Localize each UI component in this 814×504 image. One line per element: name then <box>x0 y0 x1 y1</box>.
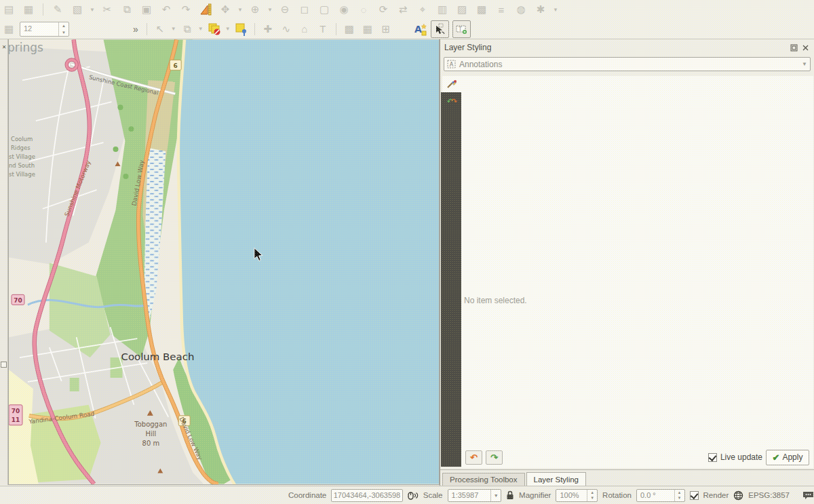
text-along-line-icon[interactable]: A <box>412 22 427 37</box>
layer-select-combo[interactable]: A Annotations ▼ <box>444 57 811 71</box>
tab-history[interactable]: ↶↷ <box>441 92 461 110</box>
zoom-layer-icon[interactable]: ◉ <box>336 2 351 17</box>
modify-annotations-tool-button[interactable] <box>431 20 449 38</box>
create-marker-annotation-icon[interactable]: ✚ <box>260 22 275 37</box>
new-annotation-layer-icon[interactable] <box>207 22 222 37</box>
spin-down-icon[interactable]: ▼ <box>587 495 597 501</box>
pan-map-icon[interactable]: ✥ <box>218 2 233 17</box>
toolbar-row-2: ▦12▲▼»↖▼⧉▼▼✚∿⌂T▩▦⊞AT <box>0 19 814 39</box>
panel-grip-icon[interactable] <box>1 362 7 368</box>
chevron-down-icon: ▼ <box>490 490 501 501</box>
zoom-last-icon[interactable]: ◌ <box>356 2 371 17</box>
svg-text:80 m: 80 m <box>142 440 160 447</box>
measure-ruler-icon[interactable] <box>198 2 213 17</box>
create-polygon-annotation-icon[interactable]: ⌂ <box>297 22 312 37</box>
tab-layer-styling[interactable]: Layer Styling <box>526 472 586 486</box>
picture-annotation-icon[interactable]: ▩ <box>342 22 357 37</box>
zoom-out-icon[interactable]: ⊖ <box>277 2 292 17</box>
python-console-icon[interactable]: ✱ <box>533 2 548 17</box>
layout-manager-icon[interactable]: ▧ <box>70 2 85 17</box>
style-manager-icon[interactable]: ▤ <box>1 2 16 17</box>
copy-icon[interactable]: ⧉ <box>119 2 134 17</box>
cut-icon[interactable]: ✂ <box>100 2 115 17</box>
zoom-full-icon[interactable]: ◻ <box>297 2 312 17</box>
spin-value: 12 <box>20 22 58 36</box>
statistics-icon[interactable]: ◍ <box>513 2 528 17</box>
snapping-tolerance-spin[interactable]: 12▲▼ <box>20 22 69 37</box>
dropdown-caret-icon[interactable]: ▼ <box>553 7 558 13</box>
spin-down-icon[interactable]: ▼ <box>675 495 684 501</box>
svg-text:Coolum: Coolum <box>11 136 33 142</box>
globe-crs-icon[interactable] <box>733 490 743 501</box>
deselect-icon[interactable]: ▨ <box>454 2 469 17</box>
close-panel-icon[interactable] <box>801 43 810 52</box>
dropdown-caret-icon[interactable]: ▼ <box>198 26 204 32</box>
dropdown-caret-icon[interactable]: ▼ <box>225 26 231 32</box>
styling-content: No item selected. <box>461 76 813 467</box>
rotation-label: Rotation <box>602 491 632 499</box>
close-icon[interactable]: ✕ <box>1 43 7 50</box>
crs-label[interactable]: EPSG:3857 <box>748 491 790 499</box>
svg-text:A: A <box>414 24 422 35</box>
apply-button[interactable]: ✔ Apply <box>766 450 809 465</box>
redo-icon: ↷ <box>490 452 498 463</box>
spin-up-icon[interactable]: ▲ <box>675 490 684 496</box>
magnifier-spin[interactable]: 100% ▲▼ <box>556 489 598 502</box>
style-redo-button[interactable]: ↷ <box>486 450 503 465</box>
svg-text:T: T <box>458 26 462 32</box>
rotation-spin[interactable]: 0.0 ° ▲▼ <box>636 489 685 502</box>
coordinate-input[interactable]: 17043464,-3063598 <box>331 489 402 502</box>
text-annotation-rect-tool-button[interactable]: T <box>452 20 471 38</box>
tab-processing-toolbox[interactable]: Processing Toolbox <box>442 473 525 486</box>
map-canvas[interactable]: 6 6 70 70 11 prings Sunshine Coast Regio… <box>8 39 440 485</box>
dropdown-caret-icon[interactable]: ▼ <box>237 7 243 13</box>
svg-text:st Village: st Village <box>9 171 35 178</box>
main-annotation-layer-icon[interactable] <box>234 22 249 37</box>
svg-text:11: 11 <box>12 416 20 423</box>
raster-annotation-icon[interactable]: ▦ <box>360 22 375 37</box>
collapsed-panel-strip[interactable]: ✕ <box>0 39 8 485</box>
zoom-next-icon[interactable]: ⟳ <box>376 2 391 17</box>
spin-up-icon[interactable]: ▲ <box>587 490 597 496</box>
chevron-down-icon: ▼ <box>802 61 807 67</box>
redo-icon[interactable]: ↷ <box>178 2 193 17</box>
dropdown-caret-icon[interactable]: ▼ <box>171 26 176 32</box>
attributes-table-icon[interactable]: ▩ <box>474 2 489 17</box>
mouse-tracking-icon[interactable] <box>408 490 419 501</box>
select-features-icon[interactable]: ▥ <box>435 2 450 17</box>
undo-icon[interactable]: ↶ <box>159 2 174 17</box>
spin-down-icon[interactable]: ▼ <box>59 29 69 36</box>
create-line-annotation-icon[interactable]: ∿ <box>279 22 294 37</box>
bottom-dock-tabbar: Processing Toolbox Layer Styling <box>440 469 814 486</box>
render-checkbox[interactable] <box>690 491 699 500</box>
field-calculator-icon[interactable]: ≡ <box>494 2 509 17</box>
create-text-annotation-icon[interactable]: T <box>315 22 330 37</box>
style-undo-button[interactable]: ↶ <box>465 450 482 465</box>
html-annotation-icon[interactable]: ⊞ <box>379 22 393 37</box>
identify-icon[interactable]: ⌖ <box>415 2 430 17</box>
toolbar-overflow-chevron[interactable]: » <box>130 24 141 35</box>
live-update-label: Live update <box>720 452 762 462</box>
select-annotation-icon[interactable]: ↖ <box>153 22 168 37</box>
dropdown-caret-icon[interactable]: ▼ <box>90 7 95 13</box>
duplicate-annotation-icon[interactable]: ⧉ <box>180 22 195 37</box>
zoom-in-icon[interactable]: ⊕ <box>248 2 263 17</box>
save-project-icon[interactable]: ▦ <box>21 2 36 17</box>
lock-scale-icon[interactable] <box>506 490 514 500</box>
live-update-checkbox[interactable] <box>708 453 717 462</box>
toolbar-separator <box>43 3 43 16</box>
svg-text:nd South: nd South <box>9 162 35 169</box>
edit-icon[interactable]: ✎ <box>50 2 65 17</box>
dropdown-caret-icon[interactable]: ▼ <box>267 7 273 13</box>
refresh-icon[interactable]: ⇄ <box>395 2 410 17</box>
grid-icon[interactable]: ▦ <box>1 22 16 37</box>
scale-combo[interactable]: 1:35987 ▼ <box>448 489 502 502</box>
messages-bubble-icon[interactable] <box>802 490 814 500</box>
layer-combo-value: Annotations <box>459 60 798 69</box>
zoom-selection-icon[interactable]: ▢ <box>317 2 332 17</box>
status-bar: Coordinate 17043464,-3063598 Scale 1:359… <box>0 486 814 504</box>
paste-icon[interactable]: ▣ <box>139 2 154 17</box>
undock-panel-icon[interactable] <box>790 43 798 52</box>
tab-symbology-brush[interactable] <box>442 76 461 92</box>
spin-up-icon[interactable]: ▲ <box>59 22 69 29</box>
